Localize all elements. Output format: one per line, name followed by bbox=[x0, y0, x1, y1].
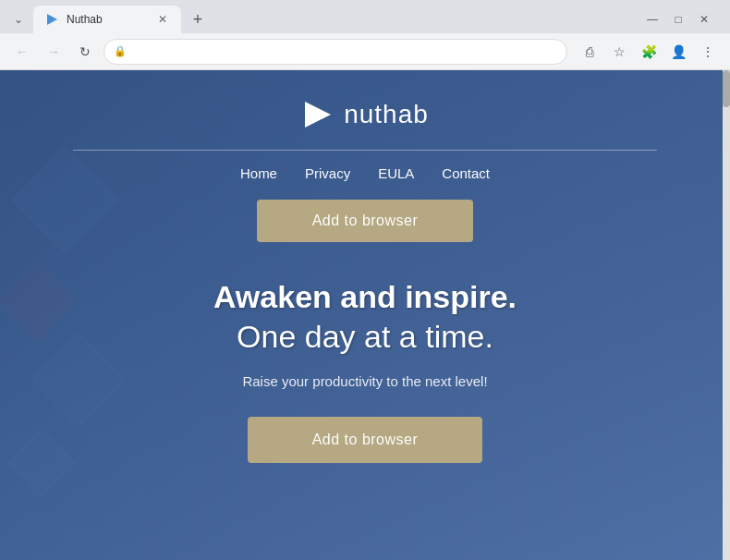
svg-marker-24 bbox=[305, 102, 331, 128]
address-bar: ← → ↻ 🔒 ⎙ ☆ 🧩 👤 ⋮ bbox=[0, 33, 730, 70]
close-button[interactable]: ✕ bbox=[693, 10, 715, 29]
nav-links: Home Privacy EULA Contact bbox=[240, 165, 490, 181]
bookmark-icon[interactable]: ☆ bbox=[606, 39, 632, 65]
scrollbar[interactable] bbox=[723, 70, 730, 560]
hero-subheadline: One day at a time. bbox=[237, 319, 493, 355]
tab-title: Nuthab bbox=[67, 13, 148, 26]
hero-headline: Awaken and inspire. bbox=[213, 279, 517, 315]
share-icon[interactable]: ⎙ bbox=[577, 39, 602, 65]
refresh-button[interactable]: ↻ bbox=[72, 39, 98, 65]
new-tab-button[interactable]: + bbox=[185, 6, 211, 32]
add-to-browser-top-button[interactable]: Add to browser bbox=[257, 200, 474, 242]
tab-list-button[interactable]: ⌄ bbox=[7, 10, 30, 29]
nav-eula[interactable]: EULA bbox=[378, 165, 414, 181]
back-button[interactable]: ← bbox=[9, 39, 35, 65]
window-controls: — □ ✕ bbox=[641, 10, 723, 29]
scrollbar-thumb[interactable] bbox=[723, 70, 730, 107]
browser-frame: ⌄ Nuthab ✕ + — □ ✕ ← → ↻ 🔒 ⎙ ☆ 🧩 bbox=[0, 0, 730, 560]
add-to-browser-bottom-button[interactable]: Add to browser bbox=[248, 417, 483, 463]
logo-area: nuthab bbox=[301, 98, 429, 131]
minimize-button[interactable]: — bbox=[641, 10, 663, 29]
nav-privacy[interactable]: Privacy bbox=[305, 165, 350, 181]
page-content: nuthab Home Privacy EULA Contact Add to … bbox=[0, 70, 730, 560]
tab-close-button[interactable]: ✕ bbox=[155, 12, 170, 27]
svg-marker-0 bbox=[47, 14, 57, 25]
tab-bar: ⌄ Nuthab ✕ + — □ ✕ bbox=[0, 0, 730, 33]
lock-icon: 🔒 bbox=[114, 45, 127, 57]
toolbar-icons: ⎙ ☆ 🧩 👤 ⋮ bbox=[577, 39, 721, 65]
nav-contact[interactable]: Contact bbox=[442, 165, 490, 181]
logo-icon bbox=[301, 98, 335, 131]
hero-text: Awaken and inspire. One day at a time. R… bbox=[0, 242, 730, 463]
nav-home[interactable]: Home bbox=[240, 165, 277, 181]
hero-tagline: Raise your productivity to the next leve… bbox=[242, 373, 487, 389]
menu-icon[interactable]: ⋮ bbox=[695, 39, 721, 65]
maximize-button[interactable]: □ bbox=[667, 10, 689, 29]
extensions-icon[interactable]: 🧩 bbox=[636, 39, 662, 65]
url-bar[interactable]: 🔒 bbox=[103, 39, 567, 65]
profile-icon[interactable]: 👤 bbox=[665, 39, 691, 65]
header-top: nuthab Home Privacy EULA Contact Add to … bbox=[0, 70, 730, 242]
active-tab[interactable]: Nuthab ✕ bbox=[33, 6, 181, 33]
tab-favicon bbox=[44, 12, 59, 27]
logo-text: nuthab bbox=[344, 100, 429, 129]
header-divider bbox=[73, 150, 657, 151]
forward-button[interactable]: → bbox=[41, 39, 67, 65]
